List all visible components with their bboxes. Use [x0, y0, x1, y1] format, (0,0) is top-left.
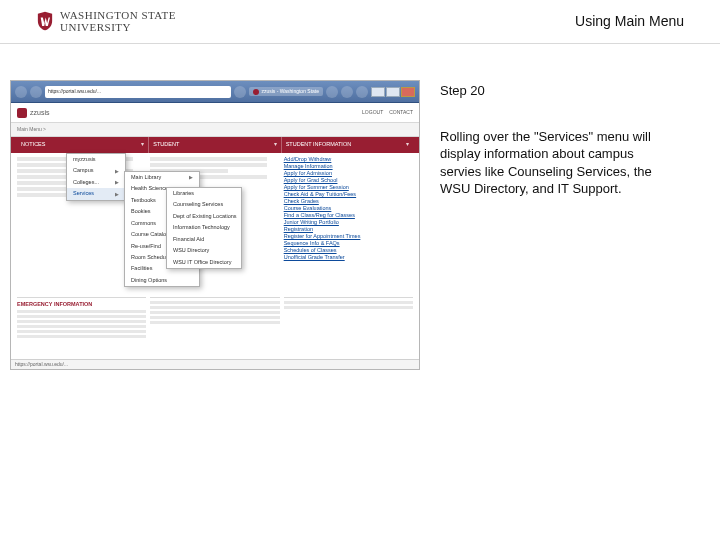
- breadcrumb-text[interactable]: Main Menu >: [17, 126, 46, 133]
- dd3-item[interactable]: Counseling Services: [167, 199, 241, 210]
- link-row[interactable]: Apply for Summer Session: [284, 185, 413, 190]
- link-row[interactable]: Registration: [284, 227, 413, 232]
- arrow-right-icon: ▶: [115, 168, 119, 175]
- maximize-button[interactable]: [386, 87, 400, 97]
- dd2-item[interactable]: Dining Options: [125, 275, 199, 286]
- dd1-item-services[interactable]: Services▶: [67, 188, 125, 199]
- link-row[interactable]: Manage Information: [284, 164, 413, 169]
- dd1-item[interactable]: Campus▶: [67, 165, 125, 176]
- link-row[interactable]: Sequence Info & FAQs: [284, 241, 413, 246]
- favorites-button[interactable]: [341, 86, 353, 98]
- menu-student[interactable]: STUDENT ▾: [149, 137, 281, 153]
- menu-notices[interactable]: NOTICES ▾: [17, 137, 149, 153]
- link-row[interactable]: Apply for Grad School: [284, 178, 413, 183]
- status-text: https://portal.wsu.edu/...: [15, 361, 68, 368]
- wsu-logo: WASHINGTON STATE UNIVERSITY: [36, 9, 183, 33]
- dropdown-level3: Libraries Counseling Services Dept of Ex…: [166, 187, 242, 269]
- chevron-down-icon: ▾: [274, 141, 277, 148]
- dd3-item[interactable]: Dept of Existing Locations: [167, 211, 241, 222]
- arrow-right-icon: ▶: [115, 191, 119, 198]
- lower-panels: EMERGENCY INFORMATION: [17, 297, 413, 355]
- back-button[interactable]: [15, 86, 27, 98]
- logo-text: WASHINGTON STATE UNIVERSITY: [60, 9, 183, 33]
- window-buttons: [371, 87, 415, 97]
- browser-status-bar: https://portal.wsu.edu/...: [11, 359, 419, 369]
- dd3-item[interactable]: WSU Directory: [167, 245, 241, 256]
- shield-icon: [36, 11, 54, 31]
- link-row[interactable]: Junior Writing Portfolio: [284, 220, 413, 225]
- dropdown-level1: myzzusis Campus▶ Colleges...▶ Services▶: [66, 153, 126, 201]
- link-row[interactable]: Register for Appointment Times: [284, 234, 413, 239]
- link-row[interactable]: Check Grades: [284, 199, 413, 204]
- emergency-title: EMERGENCY INFORMATION: [17, 301, 146, 308]
- brand-icon: [17, 108, 27, 118]
- minimize-button[interactable]: [371, 87, 385, 97]
- menu-bar: NOTICES ▾ STUDENT ▾ STUDENT INFORMATION …: [11, 137, 419, 153]
- browser-chrome: https://portal.wsu.edu/... zzusis - Wash…: [11, 81, 419, 103]
- url-bar[interactable]: https://portal.wsu.edu/...: [45, 86, 231, 98]
- home-button[interactable]: [326, 86, 338, 98]
- dd3-item[interactable]: Financial Aid: [167, 234, 241, 245]
- brand-text: zzusis: [30, 108, 49, 117]
- dd3-item[interactable]: WSU IT Office Directory: [167, 257, 241, 268]
- dd1-item[interactable]: Colleges...▶: [67, 177, 125, 188]
- close-button[interactable]: [401, 87, 415, 97]
- logo-line2: UNIVERSITY: [60, 21, 131, 33]
- link-row[interactable]: Check Aid & Pay Tuition/Fees: [284, 192, 413, 197]
- arrow-right-icon: ▶: [115, 179, 119, 186]
- dd3-item[interactable]: Information Technology: [167, 222, 241, 233]
- link-row[interactable]: Find a Class/Reg for Classes: [284, 213, 413, 218]
- site-header: zzusis LOGOUT CONTACT: [11, 103, 419, 123]
- caption-column: Step 20 Rolling over the "Services" menu…: [440, 80, 668, 198]
- link-row[interactable]: Schedules of Classes: [284, 248, 413, 253]
- tab-label: zzusis - Washington State: [261, 88, 319, 95]
- arrow-right-icon: ▶: [189, 174, 193, 181]
- link-row[interactable]: Course Evaluations: [284, 206, 413, 211]
- caption-paragraph: Rolling over the "Services" menu will di…: [440, 128, 668, 198]
- link-row[interactable]: Unofficial Grade Transfer: [284, 255, 413, 260]
- dd2-item[interactable]: Main Library▶: [125, 172, 199, 183]
- logout-link[interactable]: LOGOUT: [362, 109, 383, 116]
- reload-button[interactable]: [234, 86, 246, 98]
- menu-studentinfo[interactable]: STUDENT INFORMATION ▾: [282, 137, 413, 153]
- embedded-screenshot: https://portal.wsu.edu/... zzusis - Wash…: [10, 80, 420, 370]
- step-label: Step 20: [440, 82, 668, 100]
- favicon-icon: [253, 89, 259, 95]
- forward-button[interactable]: [30, 86, 42, 98]
- contact-link[interactable]: CONTACT: [389, 109, 413, 116]
- student-info-links: Add/Drop Withdraw Manage Information App…: [284, 157, 413, 289]
- link-row[interactable]: Add/Drop Withdraw: [284, 157, 413, 162]
- settings-button[interactable]: [356, 86, 368, 98]
- chevron-down-icon: ▾: [406, 141, 409, 148]
- chevron-down-icon: ▾: [141, 141, 144, 148]
- link-row[interactable]: Apply for Admission: [284, 171, 413, 176]
- logo-line1: WASHINGTON STATE: [60, 9, 176, 21]
- dd1-item[interactable]: myzzusis: [67, 154, 125, 165]
- dd3-item[interactable]: Libraries: [167, 188, 241, 199]
- browser-tab[interactable]: zzusis - Washington State: [249, 87, 323, 96]
- page-title: Using Main Menu: [575, 13, 684, 29]
- breadcrumb: Main Menu >: [11, 123, 419, 137]
- url-text: https://portal.wsu.edu/...: [48, 88, 101, 95]
